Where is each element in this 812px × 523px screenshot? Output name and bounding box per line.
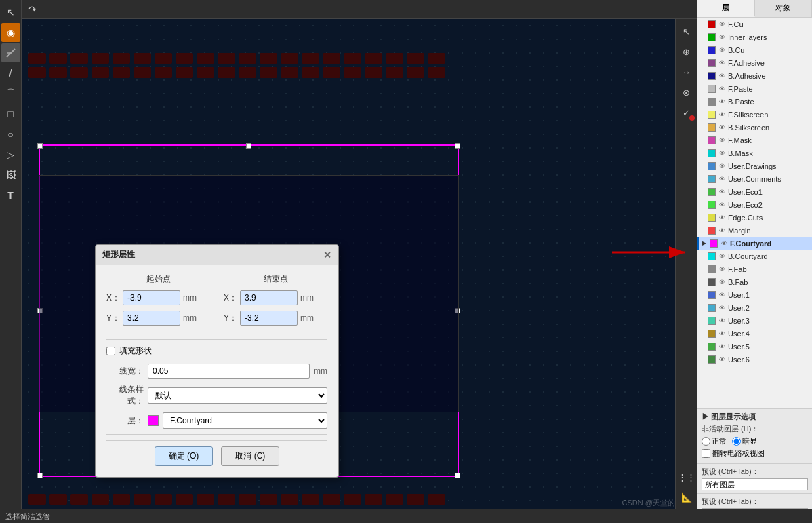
layer-name-ue1[interactable]: User.Eco1 <box>728 188 809 196</box>
confirm-button[interactable]: 确定 (O) <box>155 446 214 466</box>
route-tool[interactable]: ◉ <box>1 23 20 42</box>
layer-fcu[interactable]: 👁 F.Cu <box>697 18 812 31</box>
layer-name-fsilk[interactable]: F.Silkscreen <box>728 111 809 119</box>
layer-eye-bp[interactable]: 👁 <box>718 98 726 105</box>
layer-name-udraw[interactable]: User.Drawings <box>728 162 809 170</box>
layer-fcourtyard[interactable]: ▶ 👁 F.Courtyard <box>697 237 812 250</box>
radio-dim-input[interactable] <box>732 437 741 446</box>
start-x-input[interactable] <box>123 290 180 305</box>
layer-ucomments[interactable]: 👁 User.Comments <box>697 172 812 185</box>
layer-name-ffab[interactable]: F.Fab <box>728 265 809 273</box>
measure-btn[interactable]: ↔ <box>677 62 696 81</box>
layer-name-bfab[interactable]: B.Fab <box>728 278 809 286</box>
layer-name-fcu[interactable]: F.Cu <box>728 20 809 28</box>
tab-objects[interactable]: 对象 <box>755 0 813 17</box>
layer-name-bsilk[interactable]: B.Silkscreen <box>728 123 809 132</box>
drc-btn[interactable]: ✓ <box>677 103 696 122</box>
layer-name-bm[interactable]: B.Mask <box>728 149 809 157</box>
layer-inner[interactable]: 👁 Inner layers <box>697 31 812 43</box>
layer-eye-fsilk[interactable]: 👁 <box>718 111 726 118</box>
radio-normal-input[interactable] <box>702 437 710 446</box>
line-tool[interactable]: / <box>1 64 20 83</box>
layer-eye-ffab[interactable]: 👁 <box>718 266 726 273</box>
layer-user4[interactable]: 👁 User.4 <box>697 327 812 340</box>
layer-bsilk[interactable]: 👁 B.Silkscreen <box>697 121 812 134</box>
handle-bot-left[interactable] <box>37 473 43 478</box>
layer-eye-u6[interactable]: 👁 <box>718 356 726 363</box>
image-tool[interactable]: 🖼 <box>1 166 20 185</box>
layer-fmask[interactable]: 👁 F.Mask <box>697 134 812 147</box>
layer-eye-u4[interactable]: 👁 <box>718 330 726 337</box>
layer-name-fp[interactable]: F.Paste <box>728 85 809 93</box>
layer-udrawings[interactable]: 👁 User.Drawings <box>697 159 812 172</box>
layer-name-u5[interactable]: User.5 <box>728 343 809 351</box>
pointer-btn[interactable]: ↖ <box>677 22 696 41</box>
layer-name-ucom[interactable]: User.Comments <box>728 175 809 183</box>
layer-eye-u5[interactable]: 👁 <box>718 343 726 350</box>
layer-bcu[interactable]: 👁 B.Cu <box>697 43 812 56</box>
layer-badhesive[interactable]: 👁 B.Adhesive <box>697 69 812 82</box>
layer-name-mg[interactable]: Margin <box>728 227 809 235</box>
ratsnest-btn[interactable]: ⊗ <box>677 83 696 102</box>
end-x-input[interactable] <box>240 290 298 305</box>
cursor-tool[interactable]: ↖ <box>1 3 20 22</box>
flip-board-input[interactable] <box>702 449 710 458</box>
line-style-select[interactable]: 默认 <box>148 387 327 404</box>
layer-eye-ue1[interactable]: 👁 <box>718 189 726 195</box>
layer-eye-inner[interactable]: 👁 <box>718 34 726 41</box>
layer-eye-bm[interactable]: 👁 <box>718 150 726 157</box>
layer-eye-badh[interactable]: 👁 <box>718 73 726 79</box>
layer-eye-mg[interactable]: 👁 <box>718 227 726 234</box>
radio-dim[interactable]: 暗显 <box>732 436 757 446</box>
layer-name-u4[interactable]: User.4 <box>728 330 809 338</box>
layer-name-fcy[interactable]: F.Courtyard <box>730 239 809 248</box>
layer-ueco1[interactable]: 👁 User.Eco1 <box>697 185 812 198</box>
layer-user1[interactable]: 👁 User.1 <box>697 288 812 301</box>
layer-bfab[interactable]: 👁 B.Fab <box>697 275 812 288</box>
layers-list[interactable]: 👁 F.Cu 👁 Inner layers 👁 B.Cu 👁 F.Adhesiv… <box>697 18 812 408</box>
top-toolbar-btn-2[interactable]: ↷ <box>23 0 42 19</box>
layer-select[interactable]: F.Courtyard <box>163 412 327 429</box>
layer-name-ec[interactable]: Edge.Cuts <box>728 214 809 222</box>
layer-bpaste[interactable]: 👁 B.Paste <box>697 95 812 108</box>
layer-bmask[interactable]: 👁 B.Mask <box>697 147 812 159</box>
circle-tool[interactable]: ○ <box>1 125 20 144</box>
layer-fsilk[interactable]: 👁 F.Silkscreen <box>697 108 812 121</box>
layer-name-ue2[interactable]: User.Eco2 <box>728 201 809 209</box>
layer-eye-ue2[interactable]: 👁 <box>718 201 726 208</box>
text-tool[interactable]: T <box>1 186 20 205</box>
radio-normal[interactable]: 正常 <box>702 436 727 446</box>
layer-name-badh[interactable]: B.Adhesive <box>728 72 809 80</box>
route-diff-tool[interactable] <box>1 43 20 62</box>
layer-eye-bcu[interactable]: 👁 <box>718 47 726 54</box>
layer-name-u2[interactable]: User.2 <box>728 304 809 312</box>
layer-user2[interactable]: 👁 User.2 <box>697 301 812 314</box>
layer-eye-ec[interactable]: 👁 <box>718 214 726 221</box>
layer-eye-udraw[interactable]: 👁 <box>718 163 726 170</box>
layer-name-u6[interactable]: User.6 <box>728 355 809 364</box>
layer-eye-fadh[interactable]: 👁 <box>718 60 726 66</box>
layer-name-inner[interactable]: Inner layers <box>728 33 809 41</box>
rect-tool[interactable]: □ <box>1 104 20 123</box>
layer-bcourtyard[interactable]: 👁 B.Courtyard <box>697 250 812 263</box>
layer-eye-u3[interactable]: 👁 <box>718 317 726 324</box>
layer-name-bp[interactable]: B.Paste <box>728 98 809 106</box>
layer-name-fm[interactable]: F.Mask <box>728 136 809 144</box>
poly-tool[interactable]: ▷ <box>1 145 20 164</box>
preset1-input[interactable] <box>702 478 808 490</box>
layer-user3[interactable]: 👁 User.3 <box>697 314 812 327</box>
arc-tool[interactable]: ⌒ <box>1 84 20 103</box>
cancel-button[interactable]: 取消 (C) <box>221 446 279 466</box>
layer-name-u1[interactable]: User.1 <box>728 291 809 299</box>
canvas-area[interactable]: ↶ ↷ <box>0 0 812 523</box>
handle-bot-right[interactable] <box>455 473 460 478</box>
layer-eye-fp[interactable]: 👁 <box>718 85 726 92</box>
layer-edgecuts[interactable]: 👁 Edge.Cuts <box>697 211 812 224</box>
handle-top-left[interactable] <box>37 143 43 149</box>
layer-eye-fcy[interactable]: 👁 <box>720 240 728 247</box>
end-y-input[interactable] <box>240 311 298 326</box>
handle-top-mid[interactable] <box>246 143 251 149</box>
layer-eye-bfab[interactable]: 👁 <box>718 279 726 286</box>
layer-user6[interactable]: 👁 User.6 <box>697 353 812 366</box>
layer-ueco2[interactable]: 👁 User.Eco2 <box>697 198 812 211</box>
